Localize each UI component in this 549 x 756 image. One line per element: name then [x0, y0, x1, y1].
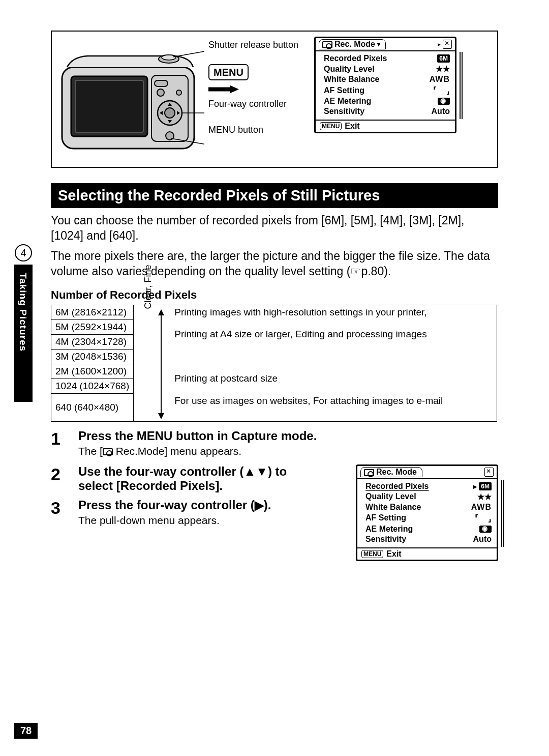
camera-icon — [322, 41, 332, 48]
menu-item-quality: Quality Level — [324, 65, 375, 74]
metering-icon — [438, 98, 450, 105]
pixel-table: 6M (2816×2112) 5M (2592×1944) 4M (2304×1… — [51, 305, 497, 422]
menu2-awb: AWB — [471, 503, 492, 512]
arrow-label: Clear, Fine — [143, 246, 154, 328]
arrow-right-icon — [208, 85, 239, 94]
size-4m: 4M (2304×1728) — [51, 335, 133, 350]
step-1-title: Press the MENU button in Capture mode. — [78, 429, 498, 443]
svg-point-13 — [176, 90, 181, 95]
menu2-stars: ★★ — [477, 492, 492, 502]
step-3-number: 3 — [51, 498, 66, 527]
menu-item-wb: White Balance — [324, 75, 379, 84]
menu2-footer-btn: MENU — [361, 550, 383, 558]
menu2-tab-title: Rec. Mode — [376, 468, 417, 477]
svg-rect-15 — [155, 80, 168, 86]
menu-scrollbar — [460, 52, 463, 119]
value-auto: Auto — [432, 107, 450, 116]
value-6m-badge: 6M — [437, 54, 450, 63]
svg-line-16 — [173, 48, 204, 57]
step-3-sub: The pull-down menu appears. — [78, 514, 290, 527]
menu-item-ae: AE Metering — [324, 97, 371, 106]
desc-spacer — [169, 350, 497, 372]
menu-footer-btn: MENU — [320, 122, 342, 130]
menu-footer-exit: Exit — [345, 122, 359, 131]
desc-print-a4: Printing at A4 size or larger, Editing a… — [169, 327, 497, 350]
subheading-pixels: Number of Recorded Pixels — [51, 288, 498, 302]
chevron-right-icon: ▸ — [473, 482, 477, 490]
chapter-side-tab: 4 Taking Pictures — [14, 244, 33, 402]
chevron-down-icon: ▾ — [377, 41, 380, 48]
step-1: 1 Press the MENU button in Capture mode.… — [51, 429, 498, 457]
af-bracket-icon: ⸢ ⸥ — [432, 85, 450, 96]
menu-tab-rec-mode: Rec. Mode ▾ — [319, 39, 386, 49]
desc-web-email: For use as images on websites, For attac… — [169, 394, 497, 421]
camera-diagram-box: Shutter release button MENU Four-way con… — [51, 31, 498, 168]
menu2-quality: Quality Level — [365, 492, 416, 501]
size-5m: 5M (2592×1944) — [51, 320, 133, 335]
size-3m: 3M (2048×1536) — [51, 350, 133, 364]
svg-marker-20 — [158, 309, 164, 315]
chapter-label: Taking Pictures — [17, 273, 28, 352]
paragraph-2: The more pixels there are, the larger th… — [51, 249, 498, 279]
step-2-number: 2 — [51, 464, 66, 493]
page-number: 78 — [14, 723, 38, 739]
svg-point-12 — [157, 89, 164, 96]
step-1-sub: The [ Rec.Mode] menu appears. — [78, 445, 498, 457]
menu-item-af: AF Setting — [324, 86, 364, 95]
menu2-sensitivity: Sensitivity — [365, 535, 406, 544]
camera-icon — [103, 448, 113, 455]
metering-icon — [479, 526, 492, 533]
menu2-recorded-pixels-selected: Recorded Pixels — [365, 482, 429, 491]
svg-rect-4 — [75, 80, 143, 132]
menu2-af: AF Setting — [365, 513, 406, 522]
size-640: 640 (640×480) — [51, 394, 133, 421]
rec-mode-menu-screen-step: Rec. Mode Recorded Pixels▸6M Quality Lev… — [356, 464, 498, 561]
menu2-footer-exit: Exit — [386, 549, 401, 559]
menu2-wb: White Balance — [365, 503, 421, 512]
menu-item-sensitivity: Sensitivity — [324, 107, 364, 116]
step-2-title: Use the four-way controller (▲▼) to sele… — [78, 464, 290, 493]
size-1024: 1024 (1024×768) — [51, 379, 133, 394]
menu-tab-rec-mode-2: Rec. Mode — [360, 467, 422, 477]
clear-fine-arrow-column: Clear, Fine — [134, 305, 169, 421]
menu2-auto: Auto — [473, 535, 492, 544]
label-menu-button: MENU button — [208, 125, 310, 136]
chevron-right-icon: ▸ — [438, 41, 441, 48]
section-heading: Selecting the Recorded Pixels of Still P… — [51, 183, 498, 208]
menu-tab-title: Rec. Mode — [334, 40, 375, 49]
af-bracket-icon: ⸢ ⸥ — [474, 513, 492, 524]
camera-icon — [364, 469, 374, 476]
label-fourway: Four-way controller — [208, 99, 310, 110]
tools-tab-icon — [443, 40, 452, 49]
size-2m: 2M (1600×1200) — [51, 364, 133, 379]
menu2-scrollbar — [501, 480, 504, 547]
paragraph-1: You can choose the number of recorded pi… — [51, 213, 498, 244]
svg-point-2 — [162, 55, 176, 60]
menu2-ae: AE Metering — [365, 525, 413, 534]
value-awb: AWB — [430, 75, 450, 84]
diagram-labels: Shutter release button MENU Four-way con… — [208, 37, 310, 138]
rec-mode-menu-screen-top: Rec. Mode ▾ ▸ Recorded Pixels6M Quality … — [314, 37, 456, 133]
label-shutter: Shutter release button — [208, 40, 310, 51]
svg-marker-21 — [158, 413, 164, 419]
chapter-number-circle: 4 — [15, 244, 32, 261]
menu-item-recorded-pixels: Recorded Pixels — [324, 54, 387, 63]
pixel-descriptions-column: Printing images with high-resolution set… — [169, 305, 497, 421]
desc-postcard: Printing at postcard size — [169, 371, 497, 394]
step-3-title: Press the four-way controller (▶). — [78, 498, 290, 512]
desc-print-hires: Printing images with high-resolution set… — [169, 305, 497, 328]
pixel-sizes-column: 6M (2816×2112) 5M (2592×1944) 4M (2304×1… — [51, 305, 134, 421]
svg-point-7 — [165, 108, 175, 118]
step-1-number: 1 — [51, 429, 66, 457]
value-stars: ★★ — [436, 64, 450, 74]
menu2-6m-badge: 6M — [479, 482, 492, 490]
menu-badge: MENU — [208, 64, 249, 80]
tools-tab-icon — [484, 468, 494, 477]
size-6m: 6M (2816×2112) — [51, 305, 133, 320]
camera-illustration — [57, 37, 204, 161]
